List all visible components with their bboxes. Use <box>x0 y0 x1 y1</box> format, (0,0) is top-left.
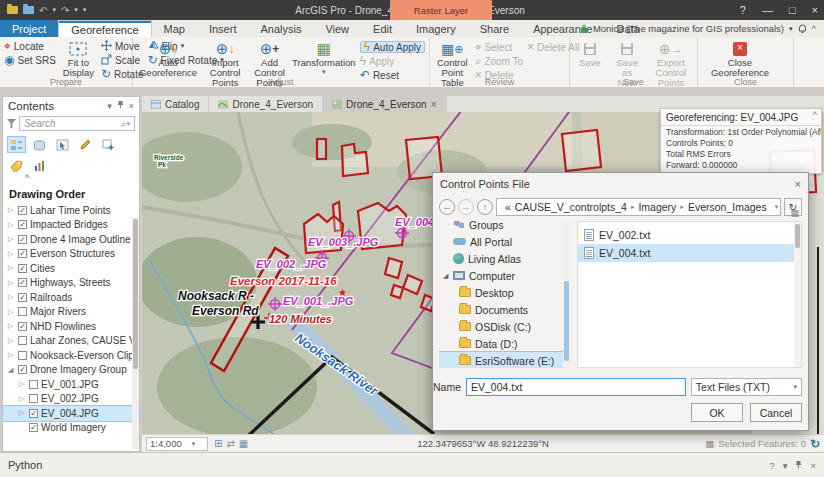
redo-icon[interactable]: ↷ <box>61 5 69 16</box>
save-button[interactable]: Save <box>574 40 606 68</box>
python-menu-icon[interactable]: ▾ <box>783 460 788 471</box>
layer-row[interactable]: ▷Nooksack-Everson Clip <box>3 348 139 363</box>
layer-checkbox[interactable]: ✓ <box>18 278 27 287</box>
list-by-data-source-icon[interactable] <box>30 136 49 153</box>
breadcrumb-root[interactable]: CAUSE_V_controlpts_4 <box>515 201 627 213</box>
tree-item-osdisk[interactable]: OSDisk (C:) <box>439 318 571 335</box>
view-options-icon[interactable]: ▦ <box>790 208 799 218</box>
contents-pin-icon[interactable] <box>117 100 124 111</box>
scale-dropdown-icon[interactable]: ▾ <box>192 440 196 448</box>
file-type-select[interactable]: Text Files (TXT) ▾ <box>691 378 802 396</box>
zoom-xy-icon[interactable]: ⊞ <box>214 438 222 449</box>
open-project-icon[interactable] <box>7 6 18 14</box>
layer-checkbox[interactable] <box>18 351 27 360</box>
list-by-drawing-order-icon[interactable] <box>7 136 26 153</box>
layer-row[interactable]: ▷✓NHD Flowlines <box>3 319 139 334</box>
tab-map-drone4everson[interactable]: Drone_4_Everson <box>209 96 323 112</box>
tab-insert[interactable]: Insert <box>197 20 249 37</box>
layer-checkbox[interactable]: ✓ <box>18 264 27 273</box>
undo-dropdown-icon[interactable]: ▾ <box>52 6 56 14</box>
layer-row[interactable]: ▷✓Everson Structures <box>3 247 139 262</box>
nav-back-button[interactable]: ← <box>439 199 455 215</box>
layer-checkbox[interactable]: ✓ <box>29 409 38 418</box>
snap-toggle-icon[interactable]: ⇄ <box>226 438 234 449</box>
list-by-editing-icon[interactable] <box>76 136 95 153</box>
locate-button[interactable]: ⌖Locate <box>4 40 56 52</box>
tab-map-drone4everson-active[interactable]: Drone_4_Everson × <box>323 96 446 112</box>
auto-apply-button[interactable]: ϟAuto Apply <box>360 41 425 53</box>
tree-item-data-d[interactable]: Data (D:) <box>439 335 571 352</box>
tree-item-groups[interactable]: Groups <box>439 221 571 233</box>
grid-toggle-icon[interactable]: ▦ <box>239 438 248 449</box>
ok-button[interactable]: OK <box>691 403 743 422</box>
python-help-icon[interactable]: ? <box>769 460 774 471</box>
zoom-to-button[interactable]: ⌕Zoom To <box>475 55 523 67</box>
tab-imagery[interactable]: Imagery <box>404 20 468 37</box>
user-dropdown-icon[interactable]: ▾ <box>789 25 793 33</box>
layer-row-selected[interactable]: ▷✓EV_004.JPG <box>3 406 139 421</box>
python-pin-icon[interactable] <box>795 460 802 471</box>
transformation-dropdown-icon[interactable]: ▾ <box>322 68 326 75</box>
cancel-button[interactable]: Cancel <box>750 403 802 422</box>
layer-row[interactable]: ▷✓Railroads <box>3 290 139 305</box>
minimize-button[interactable]: — <box>762 4 773 16</box>
layer-row[interactable]: ▷EV_001.JPG <box>3 377 139 392</box>
nav-up-button[interactable]: ↑ <box>477 199 493 215</box>
breadcrumb-imagery[interactable]: Imagery <box>638 201 676 213</box>
tree-item-all-portal[interactable]: All Portal <box>439 233 571 250</box>
undo-icon[interactable]: ↶ <box>39 5 47 16</box>
python-panel-header[interactable]: Python ? ▾ × <box>0 452 824 477</box>
tab-view[interactable]: View <box>313 20 361 37</box>
refresh-map-icon[interactable]: ↻ <box>810 437 820 451</box>
breadcrumb-collapse[interactable]: « <box>505 201 511 213</box>
layer-checkbox[interactable]: ✓ <box>18 365 27 374</box>
select-button[interactable]: ⌖Select <box>475 41 523 53</box>
layer-checkbox[interactable] <box>29 380 38 389</box>
close-view-icon[interactable]: × <box>431 99 437 110</box>
layer-row[interactable]: ✓World Imagery <box>3 421 139 436</box>
file-list-scrollbar[interactable] <box>794 222 801 367</box>
fit-to-display-button[interactable]: Fit to Display <box>60 40 97 78</box>
close-georeference-button[interactable]: × Close Georeference <box>702 40 778 78</box>
transformation-button[interactable]: ▦ Transformation ▾ <box>292 40 356 75</box>
close-window-button[interactable]: × <box>812 4 818 16</box>
contents-scrollbar[interactable] <box>132 217 139 449</box>
collapse-ribbon-icon[interactable]: ^ <box>812 23 816 34</box>
tree-scrollbar[interactable] <box>563 221 571 368</box>
layer-row[interactable]: ▷Lahar Zones, CAUSE V <box>3 334 139 349</box>
tab-project[interactable]: Project <box>0 20 58 37</box>
filter-icon[interactable] <box>7 119 16 128</box>
layer-checkbox[interactable]: ✓ <box>18 293 27 302</box>
layer-row[interactable]: ▷✓Highways, Streets <box>3 276 139 291</box>
layer-checkbox[interactable]: ✓ <box>18 249 27 258</box>
tab-map[interactable]: Map <box>152 20 197 37</box>
file-row-ev004-selected[interactable]: EV_004.txt <box>578 244 801 262</box>
layer-checkbox[interactable]: ✓ <box>29 423 38 432</box>
nav-forward-button[interactable]: → <box>458 199 474 215</box>
file-row-ev002[interactable]: EV_002.txt <box>578 226 801 244</box>
tree-item-computer[interactable]: ◢Computer <box>439 267 571 284</box>
set-srs-button[interactable]: ◉Set SRS <box>4 54 56 66</box>
contents-close-icon[interactable]: × <box>129 101 134 111</box>
customize-qat-icon[interactable]: ▾ <box>83 6 87 14</box>
tree-item-desktop[interactable]: Desktop <box>439 284 571 301</box>
layer-row[interactable]: ▷✓Impacted Bridges <box>3 218 139 233</box>
breadcrumb[interactable]: « CAUSE_V_controlpts_4 ▸ Imagery ▸ Evers… <box>496 198 781 216</box>
layer-checkbox[interactable] <box>18 307 27 316</box>
redo-dropdown-icon[interactable]: ▾ <box>74 6 78 14</box>
layer-row[interactable]: ▷✓Lahar Time Points <box>3 203 139 218</box>
tab-edit[interactable]: Edit <box>361 20 404 37</box>
list-by-charts-icon[interactable] <box>30 157 49 174</box>
apply-button[interactable]: ϟApply <box>360 55 425 67</box>
layer-checkbox[interactable]: ✓ <box>18 206 27 215</box>
layer-checkbox[interactable] <box>29 394 38 403</box>
layer-row[interactable]: ▷✓Cities <box>3 261 139 276</box>
scale-combo[interactable]: 1:4,000 ▾ <box>146 437 208 451</box>
auto-georeference-button[interactable]: ⊕ϟ Auto Georeference <box>137 40 199 78</box>
search-dropdown-icon[interactable]: ▾ <box>126 120 130 128</box>
layer-checkbox[interactable]: ✓ <box>18 220 27 229</box>
notifications-icon[interactable] <box>798 24 807 34</box>
layer-checkbox[interactable] <box>18 336 27 345</box>
user-area[interactable]: Monica (The magazine for GIS professiona… <box>580 20 816 37</box>
contents-search-input[interactable]: Search ⌕ ▾ <box>19 116 135 131</box>
